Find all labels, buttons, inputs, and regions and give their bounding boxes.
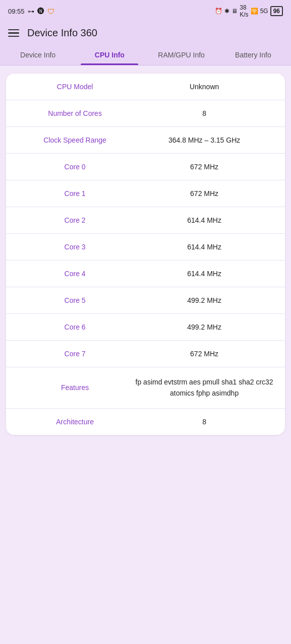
tab-device-info[interactable]: Device Info (2, 44, 74, 65)
table-row: Core 5499.2 MHz (6, 287, 285, 314)
info-label: Core 7 (16, 350, 134, 358)
status-right: ⏰ ✱ 🖥 38K/s 🛜 5G 96 (215, 4, 283, 18)
info-label: Core 1 (16, 189, 134, 198)
info-value: 672 MHz (134, 189, 275, 198)
info-label: Clock Speed Range (16, 136, 134, 144)
info-label: CPU Model (16, 83, 134, 91)
info-label: Core 4 (16, 270, 134, 278)
nfc-icon: 🅝 (37, 7, 44, 15)
table-row: Architecture8 (6, 409, 285, 435)
tab-battery-info[interactable]: Battery Info (217, 44, 289, 65)
table-row: Clock Speed Range364.8 MHz – 3.15 GHz (6, 127, 285, 154)
wifi-icon: 🛜 (251, 8, 258, 15)
shield-icon: 🛡 (47, 7, 55, 16)
info-value: 8 (134, 109, 275, 117)
table-row: Core 2614.4 MHz (6, 207, 285, 234)
table-row: Core 1672 MHz (6, 180, 285, 207)
info-value: 614.4 MHz (134, 270, 275, 278)
tab-ram-gpu-info[interactable]: RAM/GPU Info (146, 44, 217, 65)
toolbar: Device Info 360 (0, 22, 291, 44)
signal-icon: 5G (260, 8, 268, 15)
cpu-info-card: CPU ModelUnknownNumber of Cores8Clock Sp… (6, 74, 285, 435)
device-icon: 🖥 (231, 8, 238, 15)
info-label: Core 5 (16, 296, 134, 304)
info-value: 614.4 MHz (134, 243, 275, 251)
info-value: 8 (134, 418, 275, 426)
info-value: Unknown (134, 83, 275, 91)
tabs-container: Device Info CPU Info RAM/GPU Info Batter… (0, 44, 291, 66)
status-time: 09:55 (8, 8, 25, 15)
info-value: fp asimd evtstrm aes pmull sha1 sha2 crc… (134, 376, 275, 399)
info-value: 499.2 MHz (134, 323, 275, 331)
battery-indicator: 96 (270, 8, 283, 15)
data-speed: 38K/s (240, 4, 248, 18)
alarm-icon: ⏰ (215, 8, 222, 15)
info-label: Core 3 (16, 243, 134, 251)
info-value: 672 MHz (134, 163, 275, 171)
content-area: CPU ModelUnknownNumber of Cores8Clock Sp… (0, 66, 291, 443)
info-value: 364.8 MHz – 3.15 GHz (134, 136, 275, 144)
tab-cpu-info[interactable]: CPU Info (74, 44, 145, 65)
table-row: Core 4614.4 MHz (6, 261, 285, 287)
table-row: Featuresfp asimd evtstrm aes pmull sha1 … (6, 367, 285, 409)
bluetooth-icon: ✱ (224, 8, 229, 15)
table-row: Core 7672 MHz (6, 341, 285, 367)
info-value: 672 MHz (134, 350, 275, 358)
info-label: Number of Cores (16, 109, 134, 117)
table-row: Core 0672 MHz (6, 154, 285, 180)
table-row: Number of Cores8 (6, 100, 285, 127)
app-title: Device Info 360 (27, 27, 97, 39)
info-label: Core 6 (16, 323, 134, 331)
info-label: Architecture (16, 418, 134, 426)
status-left: 09:55 ⊶ 🅝 🛡 (8, 7, 55, 16)
info-value: 499.2 MHz (134, 296, 275, 304)
lock-icon: ⊶ (28, 8, 34, 15)
table-row: CPU ModelUnknown (6, 74, 285, 100)
table-row: Core 6499.2 MHz (6, 314, 285, 341)
status-bar: 09:55 ⊶ 🅝 🛡 ⏰ ✱ 🖥 38K/s 🛜 5G 96 (0, 0, 291, 22)
info-value: 614.4 MHz (134, 216, 275, 224)
table-row: Core 3614.4 MHz (6, 234, 285, 261)
info-label: Core 2 (16, 216, 134, 224)
menu-button[interactable] (8, 29, 19, 37)
info-label: Core 0 (16, 163, 134, 171)
info-label: Features (16, 383, 134, 392)
